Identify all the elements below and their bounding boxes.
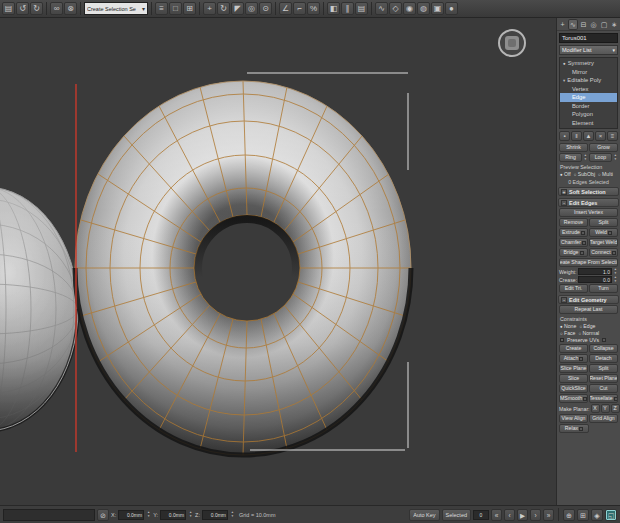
material-editor-icon[interactable]: ◉ — [403, 2, 416, 15]
pan-icon[interactable]: ◈ — [591, 509, 603, 521]
modifier-list-dropdown[interactable]: Modifier List — [559, 45, 618, 55]
named-selection-set-dropdown[interactable]: Create Selection Se — [84, 2, 148, 15]
view-align-button[interactable]: View Align — [559, 414, 588, 423]
tessellate-button[interactable]: Tessellate — [589, 394, 618, 403]
attach-settings-icon[interactable] — [579, 357, 583, 361]
selection-lock-icon[interactable]: ⊘ — [97, 509, 109, 521]
go-to-start-icon[interactable]: « — [491, 509, 502, 521]
select-and-move-icon[interactable]: + — [203, 2, 216, 15]
cut-button[interactable]: Cut — [589, 384, 618, 393]
scene-menu-icon[interactable]: ▤ — [2, 2, 15, 15]
weight-field[interactable]: 1.0 — [578, 268, 613, 275]
configure-modifier-sets-icon[interactable]: ≡ — [607, 131, 618, 141]
preview-subobj-radio[interactable]: SubObj — [574, 171, 595, 177]
insert-vertex-button[interactable]: Insert Vertex — [559, 208, 618, 217]
rollout-soft-selection[interactable]: + Soft Selection — [558, 187, 619, 196]
create-shape-button[interactable]: Create Shape From Selection — [559, 258, 618, 267]
loop-button[interactable]: Loop — [589, 153, 612, 162]
split-button[interactable]: Split — [589, 218, 618, 227]
extrude-button[interactable]: Extrude — [559, 228, 588, 237]
angle-snap-icon[interactable]: ⌐ — [293, 2, 306, 15]
tab-create-icon[interactable]: + — [558, 19, 567, 30]
chamfer-button[interactable]: Chamfer — [559, 238, 588, 247]
z-coordinate-field[interactable]: 0.0mm — [202, 510, 228, 520]
render-setup-icon[interactable]: ◍ — [417, 2, 430, 15]
extrude-settings-icon[interactable] — [581, 231, 585, 235]
key-filters-selected-button[interactable]: Selected — [442, 509, 471, 521]
undo-icon[interactable]: ↺ — [16, 2, 29, 15]
rollout-toggle-icon[interactable]: - — [561, 297, 567, 303]
tab-motion-icon[interactable]: ◎ — [589, 19, 598, 30]
tessellate-settings-icon[interactable] — [614, 397, 618, 401]
redo-icon[interactable]: ↻ — [30, 2, 43, 15]
play-icon[interactable]: ▶ — [517, 509, 528, 521]
stack-item-symmetry[interactable]: Symmetry — [560, 59, 617, 68]
weld-button[interactable]: Weld — [589, 228, 618, 237]
make-unique-icon[interactable]: ▲ — [583, 131, 594, 141]
relax-settings-icon[interactable] — [579, 427, 583, 431]
torus-object[interactable] — [75, 81, 411, 455]
auto-key-button[interactable]: Auto Key — [409, 509, 439, 521]
maxscript-mini-listener[interactable] — [3, 509, 95, 521]
curve-editor-icon[interactable]: ∿ — [375, 2, 388, 15]
msmooth-settings-icon[interactable] — [583, 397, 587, 401]
unlink-selection-icon[interactable]: ⊗ — [64, 2, 77, 15]
zoom-extents-icon[interactable]: ⊞ — [577, 509, 589, 521]
rollout-toggle-icon[interactable]: + — [561, 189, 567, 195]
remove-modifier-icon[interactable]: × — [595, 131, 606, 141]
preview-multi-radio[interactable]: Multi — [598, 171, 613, 177]
target-weld-button[interactable]: Target Weld — [589, 238, 618, 247]
shrink-button[interactable]: Shrink — [559, 143, 588, 152]
turn-button[interactable]: Turn — [589, 284, 618, 293]
preview-off-radio[interactable]: Off — [560, 171, 571, 177]
make-planar-x-button[interactable]: X — [591, 404, 600, 413]
stack-item-polygon[interactable]: Polygon — [560, 110, 617, 119]
x-coordinate-field[interactable]: 0.0mm — [118, 510, 144, 520]
crossing-selection-icon[interactable]: ⊞ — [183, 2, 196, 15]
split-geometry-button[interactable]: Split — [589, 364, 618, 373]
render-production-icon[interactable]: ● — [445, 2, 458, 15]
stack-item-mirror[interactable]: Mirror — [560, 68, 617, 77]
slice-plane-button[interactable]: Slice Plane — [559, 364, 588, 373]
modifier-enabled-icon[interactable] — [563, 59, 566, 68]
select-by-name-icon[interactable]: ≡ — [155, 2, 168, 15]
align-icon[interactable]: ∥ — [341, 2, 354, 15]
crease-spinner[interactable] — [613, 276, 618, 283]
mirror-icon[interactable]: ◧ — [327, 2, 340, 15]
stack-item-vertex[interactable]: Vertex — [560, 85, 617, 94]
percent-snap-icon[interactable]: % — [307, 2, 320, 15]
connect-settings-icon[interactable] — [612, 251, 616, 255]
chamfer-settings-icon[interactable] — [582, 241, 586, 245]
rectangular-selection-region-icon[interactable]: □ — [169, 2, 182, 15]
stack-item-element[interactable]: Element — [560, 119, 617, 128]
ring-button[interactable]: Ring — [559, 153, 582, 162]
next-frame-icon[interactable]: › — [530, 509, 541, 521]
ring-spinner[interactable] — [583, 154, 588, 161]
use-pivot-center-icon[interactable]: ◎ — [245, 2, 258, 15]
attach-button[interactable]: Attach — [559, 354, 588, 363]
slice-button[interactable]: Slice — [559, 374, 588, 383]
select-and-link-icon[interactable]: ∞ — [50, 2, 63, 15]
stack-item-editable-poly[interactable]: Editable Poly — [560, 76, 617, 85]
relax-button[interactable]: Relax — [559, 424, 589, 433]
connect-button[interactable]: Connect — [589, 248, 618, 257]
rollout-toggle-icon[interactable]: - — [561, 200, 567, 206]
maximize-viewport-icon[interactable]: ◱ — [605, 509, 617, 521]
x-spinner[interactable] — [146, 511, 151, 518]
stack-item-edge[interactable]: Edge — [560, 93, 617, 102]
show-end-result-icon[interactable]: ‖ — [571, 131, 582, 141]
go-to-end-icon[interactable]: » — [543, 509, 554, 521]
tab-display-icon[interactable]: ▢ — [599, 19, 608, 30]
stack-item-border[interactable]: Border — [560, 102, 617, 111]
select-and-rotate-icon[interactable]: ↻ — [217, 2, 230, 15]
object-name-field[interactable]: Torus001 — [559, 33, 618, 43]
collapse-button[interactable]: Collapse — [589, 344, 618, 353]
repeat-last-button[interactable]: Repeat Last — [559, 305, 618, 314]
layer-manager-icon[interactable]: ▤ — [355, 2, 368, 15]
snaps-toggle-icon[interactable]: ∠ — [279, 2, 292, 15]
tab-hierarchy-icon[interactable]: ⊟ — [579, 19, 588, 30]
constraint-normal-radio[interactable]: Normal — [579, 330, 600, 336]
zoom-icon[interactable]: ⊕ — [563, 509, 575, 521]
reset-plane-button[interactable]: Reset Plane — [589, 374, 618, 383]
preserve-uvs-checkbox[interactable] — [560, 338, 564, 342]
